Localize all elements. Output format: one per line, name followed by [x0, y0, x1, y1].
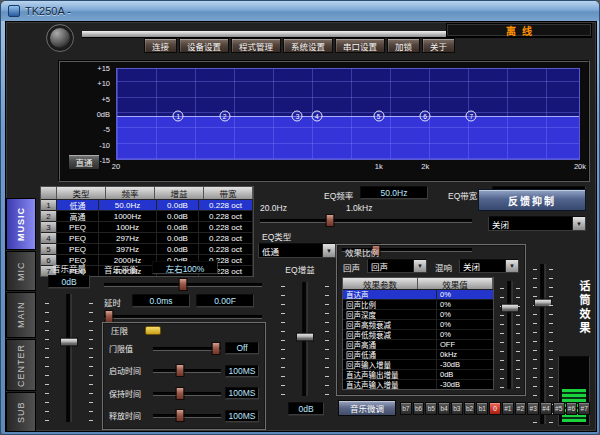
chevron-down-icon[interactable] — [413, 260, 426, 272]
menu-button-3[interactable]: 程式管理 — [231, 38, 281, 53]
balance-slider[interactable] — [104, 278, 262, 291]
slider-handle[interactable] — [325, 214, 334, 227]
fine-tune-step-button[interactable]: #6 — [566, 402, 578, 415]
tab-music[interactable]: MUSIC — [6, 198, 36, 250]
slider-handle[interactable] — [176, 409, 185, 422]
eq-band-marker[interactable]: 6 — [419, 110, 430, 121]
eq-column-header: 带宽 — [204, 187, 253, 199]
effect-row[interactable]: 回声输入增量-30dB — [343, 359, 493, 369]
eq-table-row[interactable]: 4PEQ297Hz0.0dB0.228 oct — [41, 232, 253, 243]
eq-band-marker[interactable]: 5 — [373, 110, 384, 121]
menu-button-4[interactable]: 系统设置 — [283, 38, 333, 53]
fine-tune-step-button[interactable]: 0 — [489, 402, 501, 415]
tab-main[interactable]: MAIN — [6, 292, 36, 338]
tab-sub[interactable]: SUB — [6, 392, 36, 432]
eq-gain-fader[interactable] — [278, 280, 332, 398]
eq-table-row[interactable]: 3PEQ100Hz0.0dB0.228 oct — [41, 221, 253, 232]
fine-tune-step-button[interactable]: b4 — [438, 402, 450, 415]
eq-type-cell: PEQ — [57, 222, 99, 232]
effect-row[interactable]: 直达声0% — [343, 289, 493, 299]
eq-response-plot[interactable]: 1234567 — [116, 68, 580, 160]
row-number: 2 — [41, 211, 57, 221]
y-axis-label: -5 — [103, 125, 110, 134]
music-volume-fader[interactable] — [42, 292, 96, 424]
compressor-slider[interactable] — [153, 364, 221, 377]
y-axis-label: -15 — [99, 156, 110, 165]
eq-table-row[interactable]: 5PEQ397Hz0.0dB0.228 oct — [41, 243, 253, 254]
eq-table-row[interactable]: 1低通50.0Hz0.0dB0.228 oct — [41, 199, 253, 210]
fine-tune-step-button[interactable]: b3 — [451, 402, 463, 415]
fader-handle[interactable] — [296, 332, 314, 341]
fine-tune-step-button[interactable]: b7 — [400, 402, 412, 415]
titlebar[interactable]: TK250A - — [1, 1, 599, 21]
chevron-down-icon[interactable] — [322, 244, 335, 257]
reverb-dropdown[interactable]: 关闭 — [459, 259, 519, 273]
slider-handle[interactable] — [179, 278, 188, 291]
bypass-button[interactable]: 直通 — [68, 154, 100, 170]
effect-row[interactable]: 直达声输入增量-30dB — [343, 379, 493, 389]
feedback-mode-dropdown[interactable]: 关闭 — [488, 216, 586, 231]
x-axis: 201k2k20k — [116, 162, 580, 173]
compressor-param-label: 保持时间 — [109, 388, 149, 399]
x-axis-label: 1k — [375, 162, 383, 171]
eq-type-cell: PEQ — [57, 244, 99, 254]
compressor-enable-indicator[interactable] — [145, 326, 161, 335]
fine-tune-step-button[interactable]: #3 — [527, 402, 539, 415]
effect-row[interactable]: 回声低频衰减0% — [343, 329, 493, 339]
fine-tune-step-button[interactable]: #5 — [553, 402, 565, 415]
menu-button-1[interactable]: 连接 — [144, 38, 177, 53]
eq-band-marker[interactable]: 4 — [311, 110, 322, 121]
chevron-down-icon[interactable] — [505, 260, 518, 272]
fader-handle[interactable] — [60, 338, 78, 347]
menu-button-2[interactable]: 设备设置 — [179, 38, 229, 53]
eq-type-dropdown[interactable]: 低通 — [258, 243, 336, 258]
effect-value: 0dB — [437, 370, 493, 379]
compressor-slider[interactable] — [153, 342, 221, 355]
slider-handle[interactable] — [176, 364, 185, 377]
fine-tune-step-button[interactable]: #7 — [578, 402, 590, 415]
fine-tune-step-button[interactable]: #2 — [515, 402, 527, 415]
compressor-slider[interactable] — [153, 387, 221, 400]
effect-row[interactable]: 回声低通0kHz — [343, 349, 493, 359]
fine-tune-button[interactable]: 音乐微调 — [338, 400, 396, 416]
eq-freq-slider[interactable] — [260, 214, 472, 227]
slider-handle[interactable] — [211, 342, 220, 355]
effect-row[interactable]: 回声比例0% — [343, 299, 493, 309]
y-axis-label: +5 — [101, 94, 110, 103]
menu-button-7[interactable]: 关于 — [422, 38, 455, 53]
eq-table-row[interactable]: 2高通1000Hz0.0dB0.228 oct — [41, 210, 253, 221]
tab-mic[interactable]: MIC — [6, 251, 36, 291]
y-axis-label: -10 — [99, 140, 110, 149]
eq-band-marker[interactable]: 1 — [173, 110, 184, 121]
slider-track — [260, 219, 472, 223]
effect-value: OFF — [437, 340, 493, 349]
fine-tune-step-button[interactable]: b6 — [413, 402, 425, 415]
chevron-down-icon[interactable] — [572, 217, 585, 230]
effects-title: 效果比例 — [345, 246, 379, 258]
fine-tune-step-button[interactable]: b5 — [425, 402, 437, 415]
effect-row[interactable]: 回声高频衰减0% — [343, 319, 493, 329]
eq-band-marker[interactable]: 3 — [292, 110, 303, 121]
feedback-suppression-button[interactable]: 反馈抑制 — [478, 189, 586, 211]
fader-handle[interactable] — [534, 299, 552, 308]
tab-center[interactable]: CENTER — [6, 339, 36, 391]
fine-tune-step-button[interactable]: b1 — [476, 402, 488, 415]
slider-handle[interactable] — [176, 387, 185, 400]
eq-gain-label: EQ增益 — [272, 263, 328, 275]
fader-handle[interactable] — [501, 304, 519, 313]
menu-button-5[interactable]: 串口设置 — [335, 38, 385, 53]
fine-tune-step-button[interactable]: #1 — [502, 402, 514, 415]
effect-row[interactable]: 回声深度0% — [343, 309, 493, 319]
compressor-value: 100MS — [225, 387, 259, 399]
compressor-slider[interactable] — [153, 409, 221, 422]
eq-band-marker[interactable]: 7 — [466, 110, 477, 121]
effect-row[interactable]: 直达声输出增量0dB — [343, 369, 493, 379]
eq-band-marker[interactable]: 2 — [219, 110, 230, 121]
menu-button-6[interactable]: 加锁 — [387, 38, 420, 53]
effect-row[interactable]: 回声高通OFF — [343, 339, 493, 349]
echo-dropdown[interactable]: 回声 — [367, 259, 427, 273]
effect-ratio-fader[interactable] — [497, 279, 523, 391]
fine-tune-step-button[interactable]: b2 — [464, 402, 476, 415]
effect-value: 0% — [437, 290, 493, 299]
fine-tune-step-button[interactable]: #4 — [540, 402, 552, 415]
